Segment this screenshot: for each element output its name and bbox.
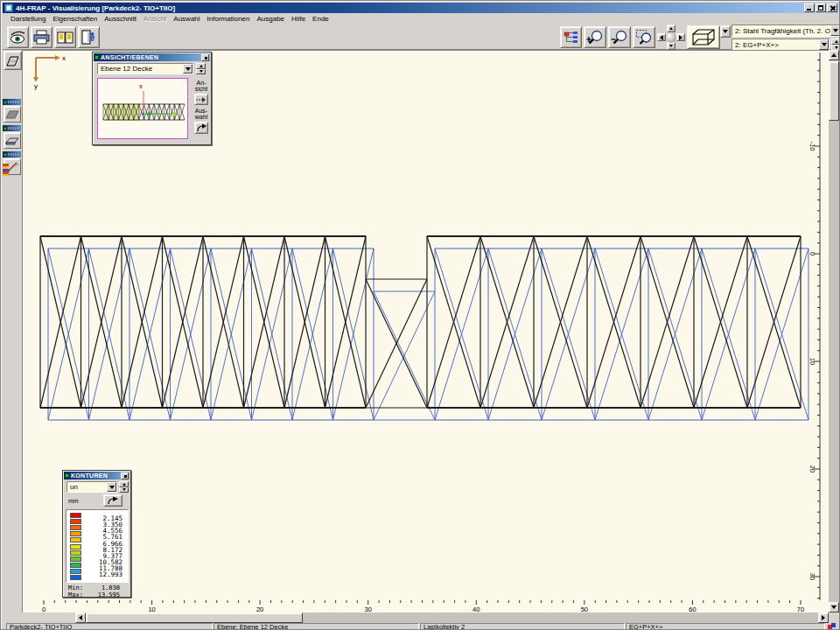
curved-arrow-icon	[196, 123, 207, 132]
pan-right-icon[interactable]	[676, 33, 685, 41]
loadcase-combo-arrow-icon[interactable]	[819, 39, 829, 50]
status-field: Lastkollektiv 2	[420, 623, 625, 630]
ansicht-window-title: ANSICHT/EBENEN	[101, 54, 201, 60]
auswahl-button[interactable]	[194, 122, 208, 134]
vertical-scroll-thumb[interactable]	[829, 61, 839, 121]
pan-up-icon[interactable]	[667, 24, 676, 32]
ansicht-window-titlebar[interactable]: ANSICHT/EBENEN	[94, 53, 210, 61]
zoom-in-button[interactable]	[584, 26, 606, 48]
mini-window-title-1[interactable]	[3, 99, 21, 105]
status-bar: Parkdeck2- TIO+TIIOEbene: Ebene 12 Decke…	[3, 623, 839, 630]
legend-box: 2.1453.3504.5565.7616.9668.1729.37710.58…	[66, 509, 129, 583]
book-icon	[57, 31, 74, 45]
window-dot-icon	[4, 153, 7, 157]
help-book-button[interactable]	[54, 26, 76, 48]
scroll-up-icon[interactable]	[829, 50, 839, 60]
menu-ende[interactable]: Ende	[309, 14, 332, 24]
menu-hilfe[interactable]: Hilfe	[288, 14, 309, 24]
horizontal-scroll-thumb[interactable]	[86, 612, 303, 623]
level-spinner[interactable]	[196, 63, 206, 74]
spin-down-icon[interactable]	[196, 69, 206, 75]
loadcase-combo[interactable]: 2: EG+P+X+>	[732, 38, 830, 51]
pan-control[interactable]	[657, 24, 685, 50]
legend-swatch	[70, 537, 81, 542]
spin-up-icon[interactable]	[831, 38, 840, 45]
min-value: 1.030	[102, 585, 120, 592]
legend-swatch	[70, 531, 81, 536]
zoom-window-button[interactable]	[633, 26, 655, 48]
pcae-logo-icon	[828, 623, 836, 630]
legend-swatch	[70, 575, 81, 580]
svg-text:20: 20	[808, 466, 816, 472]
horizontal-scrollbar[interactable]	[75, 612, 829, 623]
maximize-button[interactable]	[816, 4, 826, 12]
mesh-tool-button[interactable]	[4, 106, 21, 122]
konturen-window-title: KONTUREN	[71, 472, 121, 479]
print-button[interactable]	[31, 26, 52, 48]
spin-down-icon[interactable]	[119, 487, 129, 494]
window-dot-icon	[4, 101, 7, 104]
konturen-window-titlebar[interactable]: KONTUREN	[64, 472, 130, 480]
level-preview-drawing	[98, 79, 187, 138]
wireframe-box-icon	[690, 28, 717, 46]
quantity-spinner[interactable]	[119, 481, 129, 493]
zoom-out-button[interactable]	[608, 26, 631, 48]
dashed-arrow-icon	[196, 96, 206, 103]
view-3d-button[interactable]	[687, 25, 720, 49]
menu-informationen[interactable]: Informationen	[204, 14, 254, 24]
max-label: Max:	[68, 592, 83, 598]
result-combo[interactable]: 2: Stahl Tragfähigkeit (Th. 2. O	[732, 24, 840, 37]
svg-text:30: 30	[808, 573, 816, 580]
plane-icon	[5, 54, 20, 67]
unit-label: mm	[68, 498, 79, 504]
title-bar[interactable]: 4H-FRAP - Visualisierung [Parkdeck2- TIO…	[3, 3, 839, 13]
menu-ausgabe[interactable]: Ausgabe	[253, 14, 288, 24]
menu-eigenschaften[interactable]: Eigenschaften	[49, 14, 101, 24]
app-icon	[4, 4, 13, 12]
mini-window-title-3[interactable]	[3, 151, 21, 158]
legend-swatch	[70, 513, 81, 518]
quantity-combo[interactable]: un	[66, 481, 117, 493]
legend-swatch	[70, 519, 81, 524]
mini-window-title-2[interactable]	[3, 125, 21, 131]
svg-text:y: y	[34, 82, 38, 90]
level-combo-arrow-icon[interactable]	[183, 64, 192, 74]
display-list-button[interactable]	[560, 26, 582, 48]
exit-button[interactable]	[78, 26, 100, 48]
scroll-right-icon[interactable]	[818, 612, 829, 623]
view-3d-dropdown[interactable]	[720, 25, 731, 38]
quantity-combo-value: un	[67, 483, 107, 491]
level-preview[interactable]: x	[97, 78, 188, 139]
pan-down-icon[interactable]	[667, 42, 676, 50]
legend-value: 12.993	[99, 571, 122, 578]
scroll-left-icon[interactable]	[75, 612, 86, 623]
menu-auswahl[interactable]: Auswahl	[170, 14, 203, 24]
quantity-combo-arrow-icon[interactable]	[107, 482, 116, 492]
vertical-scrollbar[interactable]	[829, 50, 839, 612]
auswahl-label: Aus- wahl	[192, 108, 210, 120]
unit-button[interactable]	[103, 494, 122, 507]
result-combo-arrow-icon[interactable]	[830, 25, 840, 36]
plane-view-button[interactable]	[4, 51, 22, 70]
close-button[interactable]	[827, 4, 837, 12]
view-eye-button[interactable]	[7, 26, 29, 48]
slab-tool-button[interactable]	[4, 132, 21, 149]
window-dot-icon	[65, 473, 69, 478]
minimize-button[interactable]	[804, 4, 815, 12]
konturen-close-icon[interactable]	[121, 472, 129, 480]
toolbar: 2: Stahl Tragfähigkeit (Th. 2. O 2: EG+P…	[3, 24, 839, 50]
level-combo[interactable]: Ebene 12 Decke	[97, 63, 193, 74]
preview-axis-x-label: x	[139, 83, 143, 89]
ansicht-close-icon[interactable]	[201, 54, 209, 61]
loadcase-spinner[interactable]	[831, 38, 840, 51]
menu-darstellung[interactable]: Darstellung	[7, 14, 49, 24]
scroll-down-icon[interactable]	[829, 602, 839, 612]
pan-center-ball[interactable]	[666, 32, 676, 43]
window-dot-icon	[94, 55, 99, 60]
menu-ansicht: Ansicht	[140, 14, 170, 24]
menu-ausschnitt[interactable]: Ausschnitt	[101, 14, 140, 24]
konturen-window: KONTUREN un mm 2.1453.3504.5565.7616.966…	[62, 470, 131, 598]
pan-left-icon[interactable]	[657, 33, 666, 41]
ansicht-apply-button[interactable]	[194, 94, 208, 105]
legend-swatch	[70, 550, 81, 556]
